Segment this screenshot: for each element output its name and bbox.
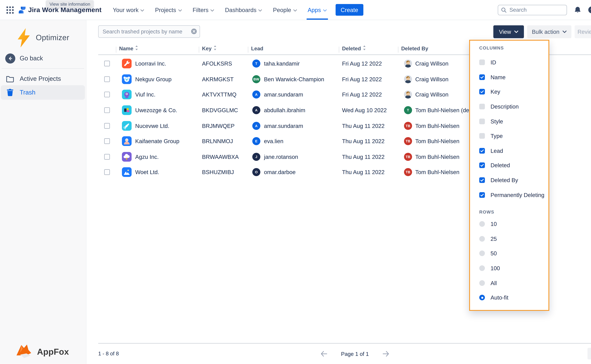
nav-item-label: Dashboards <box>225 6 257 13</box>
project-name[interactable]: Uwezozge & Co. <box>135 107 177 113</box>
rows-option-auto-fit[interactable]: Auto-fit <box>479 290 545 305</box>
project-name[interactable]: Nekguv Group <box>135 76 172 82</box>
radio-icon[interactable] <box>479 251 485 256</box>
rows-option-all[interactable]: All <box>479 276 545 290</box>
column-header-lead[interactable]: Lead <box>251 46 263 52</box>
project-key: BRWAAWBXA <box>202 154 239 160</box>
radio-icon[interactable] <box>479 236 485 242</box>
column-toggle-type[interactable]: Type <box>479 129 545 143</box>
go-back-button[interactable]: Go back <box>5 53 83 64</box>
create-button[interactable]: Create <box>335 4 364 16</box>
column-toggle-description[interactable]: Description <box>479 99 545 114</box>
row-checkbox[interactable] <box>104 76 110 82</box>
view-button[interactable]: View <box>493 25 524 38</box>
rows-option-label: Auto-fit <box>491 294 508 301</box>
checkbox-icon[interactable] <box>479 133 485 139</box>
nav-item-dashboards[interactable]: Dashboards <box>225 0 262 20</box>
column-header-label: Deleted By <box>401 46 428 52</box>
deleted-date: Thu Aug 11 2022 <box>342 123 385 129</box>
column-header-label: Key <box>202 46 212 52</box>
lead-name: jane.rotanson <box>264 154 298 160</box>
app-switcher-icon[interactable] <box>5 5 15 15</box>
topnav-right: ? JR <box>498 5 591 15</box>
rows-option-10[interactable]: 10 <box>479 217 545 232</box>
export-button[interactable]: Export <box>587 348 591 359</box>
column-toggle-lead[interactable]: Lead <box>479 143 545 158</box>
checkbox-icon[interactable] <box>479 60 485 65</box>
notifications-icon[interactable] <box>574 6 581 13</box>
bulk-action-button[interactable]: Bulk action <box>527 25 571 38</box>
nav-item-your-work[interactable]: Your work <box>113 0 144 20</box>
radio-icon[interactable] <box>479 265 485 271</box>
checkbox-icon[interactable] <box>479 74 485 80</box>
row-checkbox[interactable] <box>104 61 110 66</box>
deleted-by-avatar <box>404 91 412 99</box>
project-name[interactable]: Loorravi Inc. <box>135 60 166 67</box>
column-header-deleted-by[interactable]: Deleted By <box>401 46 428 52</box>
checkbox-icon[interactable] <box>479 89 485 95</box>
lead-name: abdullah.ibrahim <box>264 107 305 113</box>
project-avatar <box>122 152 132 162</box>
checkbox-icon[interactable] <box>479 163 485 168</box>
project-name[interactable]: Viuf Inc. <box>135 91 155 98</box>
nav-item-people[interactable]: People <box>273 0 297 20</box>
column-header-name[interactable]: Name <box>119 46 138 52</box>
lead-name: omar.darboe <box>264 169 296 176</box>
row-checkbox[interactable] <box>104 138 110 144</box>
previous-page-button[interactable] <box>319 349 329 359</box>
deleted-by-avatar: TB <box>404 168 412 176</box>
column-toggle-style[interactable]: Style <box>479 114 545 129</box>
row-checkbox[interactable] <box>104 107 110 113</box>
radio-icon[interactable] <box>479 280 485 286</box>
row-checkbox[interactable] <box>104 123 110 129</box>
column-header-key[interactable]: Key <box>202 46 216 52</box>
column-toggle-key[interactable]: Key <box>479 84 545 99</box>
project-name[interactable]: Woet Ltd. <box>135 169 159 176</box>
checkbox-icon[interactable] <box>479 192 485 198</box>
review-changes-button[interactable]: Review changes <box>575 25 591 38</box>
nav-item-label: Your work <box>113 6 139 13</box>
column-toggle-label: Deleted By <box>491 177 518 183</box>
radio-icon[interactable] <box>479 295 485 300</box>
rows-option-100[interactable]: 100 <box>479 261 545 276</box>
project-name[interactable]: Nucevwe Ltd. <box>135 123 169 129</box>
column-toggle-id[interactable]: ID <box>479 55 545 70</box>
global-search-input[interactable] <box>498 5 567 15</box>
checkbox-icon[interactable] <box>479 104 485 110</box>
lead-avatar: E <box>252 137 260 145</box>
lead-name: eva.lien <box>264 138 283 144</box>
nav-item-filters[interactable]: Filters <box>193 0 214 20</box>
column-header-deleted[interactable]: Deleted <box>342 46 366 52</box>
project-name[interactable]: Kaifaenate Group <box>135 138 179 144</box>
project-avatar <box>122 168 132 177</box>
next-page-button[interactable] <box>381 349 391 359</box>
row-checkbox[interactable] <box>104 169 110 175</box>
chevron-down-icon <box>259 9 262 12</box>
sidebar-item-trash[interactable]: Trash <box>1 85 85 100</box>
column-toggle-deleted[interactable]: Deleted <box>479 158 545 173</box>
column-toggle-label: Key <box>491 89 500 95</box>
trash-search-input[interactable] <box>98 25 200 38</box>
deleted-by-avatar: T <box>404 106 412 114</box>
row-checkbox[interactable] <box>104 92 110 98</box>
project-avatar <box>122 136 132 146</box>
rows-option-50[interactable]: 50 <box>479 246 545 261</box>
column-toggle-permanently-deleting[interactable]: Permanently Deleting <box>479 188 545 202</box>
column-toggle-name[interactable]: Name <box>479 70 545 84</box>
tooltip: View site information <box>46 0 93 7</box>
column-toggle-deleted-by[interactable]: Deleted By <box>479 173 545 188</box>
project-name[interactable]: Agzu Inc. <box>135 154 159 160</box>
clear-search-icon[interactable] <box>191 29 197 34</box>
help-icon[interactable]: ? <box>588 6 591 13</box>
checkbox-icon[interactable] <box>479 118 485 124</box>
radio-icon[interactable] <box>479 221 485 227</box>
jira-logo-icon[interactable] <box>19 6 26 13</box>
checkbox-icon[interactable] <box>479 177 485 183</box>
checkbox-icon[interactable] <box>479 148 485 154</box>
nav-item-projects[interactable]: Projects <box>155 0 182 20</box>
lead-avatar: BW <box>252 75 260 83</box>
nav-item-apps[interactable]: Apps <box>308 0 327 20</box>
row-checkbox[interactable] <box>104 154 110 160</box>
sidebar-item-active-projects[interactable]: Active Projects <box>1 72 85 86</box>
rows-option-25[interactable]: 25 <box>479 231 545 246</box>
